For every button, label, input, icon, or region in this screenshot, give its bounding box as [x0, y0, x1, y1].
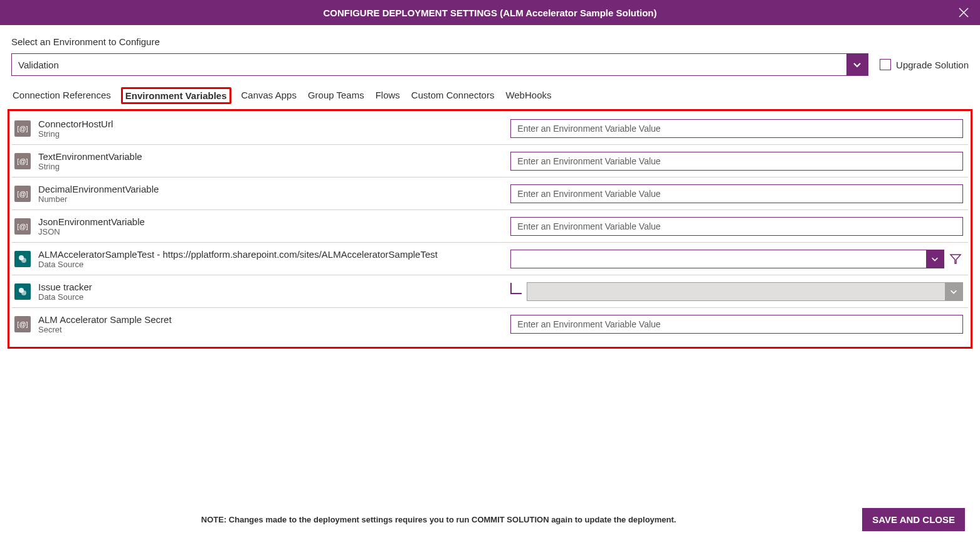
env-var-row: [@] ALM Accelerator Sample Secret Secret [12, 308, 968, 341]
env-var-type: Number [38, 194, 503, 204]
child-indicator-icon [510, 283, 522, 294]
tab-group-teams[interactable]: Group Teams [307, 87, 366, 104]
svg-marker-4 [951, 255, 961, 263]
sharepoint-icon [14, 251, 31, 267]
env-var-value-input[interactable] [510, 119, 963, 138]
tab-environment-variables[interactable]: Environment Variables [121, 87, 231, 104]
environment-select-value: Validation [12, 54, 846, 75]
env-var-type: String [38, 162, 503, 171]
environment-select[interactable]: Validation [11, 53, 868, 76]
env-var-type: Secret [38, 325, 503, 334]
upgrade-solution-option: Upgrade Solution [880, 59, 969, 70]
env-var-name: DecimalEnvironmentVariable [38, 184, 503, 194]
env-var-type: Data Source [38, 260, 503, 269]
chevron-down-icon [926, 250, 944, 268]
env-var-name: ALMAcceleratorSampleTest - https://pplat… [38, 249, 503, 260]
variable-icon: [@] [14, 186, 31, 202]
env-var-type: JSON [38, 227, 503, 236]
variable-icon: [@] [14, 120, 31, 137]
env-var-name: Issue tracker [38, 282, 503, 292]
dialog-title: CONFIGURE DEPLOYMENT SETTINGS (ALM Accel… [324, 8, 657, 18]
tab-custom-connectors[interactable]: Custom Connectors [410, 87, 496, 104]
env-var-name: TextEnvironmentVariable [38, 151, 503, 162]
upgrade-solution-checkbox[interactable] [880, 59, 891, 70]
env-var-type: String [38, 129, 503, 139]
env-var-name: ConnectorHostUrl [38, 119, 503, 129]
env-var-value-input[interactable] [510, 152, 963, 171]
environment-select-label: Select an Environment to Configure [11, 36, 969, 47]
chevron-down-icon [945, 283, 962, 300]
dialog-header: CONFIGURE DEPLOYMENT SETTINGS (ALM Accel… [0, 0, 980, 25]
env-var-row: Issue tracker Data Source [12, 275, 968, 308]
env-var-value-input[interactable] [510, 184, 963, 203]
env-var-row: [@] JsonEnvironmentVariable JSON [12, 210, 968, 243]
env-var-row: ALMAcceleratorSampleTest - https://pplat… [12, 243, 968, 275]
environment-variables-grid: [@] ConnectorHostUrl String [@] TextEnvi… [8, 109, 972, 349]
env-var-row: [@] TextEnvironmentVariable String [12, 145, 968, 177]
tab-bar: Connection References Environment Variab… [0, 87, 980, 104]
tab-flows[interactable]: Flows [374, 87, 401, 104]
env-var-row: [@] ConnectorHostUrl String [12, 112, 968, 145]
variable-icon: [@] [14, 316, 31, 332]
sharepoint-icon [14, 283, 31, 300]
tab-webhooks[interactable]: WebHooks [504, 87, 552, 104]
env-var-row: [@] DecimalEnvironmentVariable Number [12, 177, 968, 210]
filter-button[interactable] [948, 251, 963, 267]
env-var-value-input[interactable] [510, 217, 963, 236]
svg-point-3 [21, 258, 26, 263]
env-var-type: Data Source [38, 292, 503, 302]
tab-connection-references[interactable]: Connection References [11, 87, 112, 104]
filter-icon [949, 253, 962, 265]
close-button[interactable] [957, 6, 970, 19]
env-var-dropdown[interactable] [510, 250, 944, 268]
variable-icon: [@] [14, 218, 31, 235]
env-var-name: JsonEnvironmentVariable [38, 216, 503, 227]
svg-point-6 [21, 290, 26, 295]
env-var-name: ALM Accelerator Sample Secret [38, 314, 503, 325]
variable-icon: [@] [14, 153, 31, 169]
tab-canvas-apps[interactable]: Canvas Apps [240, 87, 298, 104]
env-var-value-input[interactable] [510, 315, 963, 334]
close-icon [958, 7, 969, 18]
chevron-down-icon [846, 54, 868, 75]
env-var-dropdown-disabled [527, 282, 963, 301]
upgrade-solution-label: Upgrade Solution [896, 60, 969, 70]
